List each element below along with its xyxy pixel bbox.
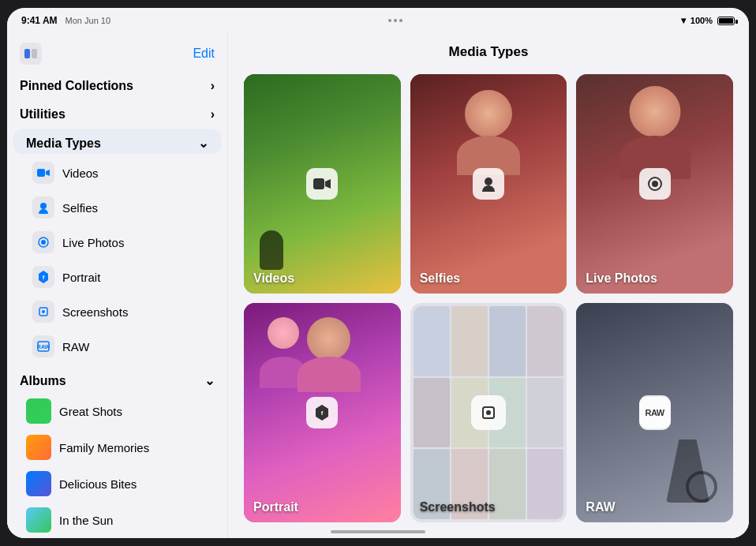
home-indicator: [331, 530, 425, 533]
sidebar-header: Edit: [7, 33, 227, 71]
svg-rect-2: [37, 169, 45, 177]
selfies-icon: [32, 196, 54, 219]
edit-button[interactable]: Edit: [193, 47, 215, 61]
live-photos-icon: [32, 231, 54, 253]
status-left: 9:41 AM Mon Jun 10: [21, 15, 110, 26]
live-photos-grid-icon: [639, 168, 671, 200]
screenshots-grid-label: Screenshots: [420, 500, 496, 514]
sidebar-item-portrait[interactable]: f Portrait: [13, 260, 221, 294]
album-great-shots[interactable]: Great Shots: [7, 393, 227, 429]
sidebar-item-videos[interactable]: Videos: [13, 155, 221, 190]
battery-percent: 100%: [691, 16, 713, 25]
svg-point-12: [485, 178, 492, 185]
raw-label: RAW: [62, 340, 89, 353]
live-photos-label: Live Photos: [62, 236, 124, 249]
grid-item-live-photos[interactable]: Live Photos: [576, 74, 733, 294]
media-types-grid: Videos Selfies: [228, 68, 749, 538]
great-shots-label: Great Shots: [59, 405, 122, 418]
battery-icon: [717, 17, 735, 25]
in-the-sun-label: In the Sun: [59, 514, 113, 527]
svg-point-13: [652, 181, 658, 187]
panel: Media Types Videos: [228, 33, 749, 538]
videos-label: Videos: [62, 166, 99, 180]
media-types-chevron: ⌄: [198, 136, 208, 151]
live-photos-grid-label: Live Photos: [586, 271, 657, 286]
svg-point-4: [41, 240, 46, 245]
utilities-chevron: ›: [211, 107, 215, 122]
delicious-bites-thumb: [26, 471, 51, 496]
selfies-grid-icon: [473, 168, 504, 200]
raw-grid-icon: RAW: [639, 397, 671, 428]
screenshots-icon: [32, 301, 54, 323]
album-family-memories[interactable]: Family Memories: [7, 429, 227, 466]
pinned-collections-chevron: ›: [211, 79, 215, 93]
sidebar: Edit Pinned Collections › Utilities › Me…: [7, 33, 228, 538]
in-the-sun-thumb: [26, 507, 51, 533]
videos-grid-label: Videos: [253, 271, 294, 286]
family-memories-thumb: [26, 435, 51, 460]
videos-grid-icon: [306, 168, 338, 200]
screenshots-label: Screenshots: [62, 305, 128, 319]
album-in-the-sun[interactable]: In the Sun: [7, 502, 227, 538]
grid-item-screenshots[interactable]: Screenshots: [410, 303, 567, 522]
grid-item-selfies[interactable]: Selfies: [410, 74, 567, 294]
dot3: [399, 19, 402, 22]
svg-point-8: [42, 310, 45, 313]
dot2: [394, 19, 397, 22]
raw-grid-label: RAW: [586, 500, 615, 514]
raw-icon: RAW: [32, 335, 54, 357]
media-types-label: Media Types: [26, 136, 101, 151]
delicious-bites-label: Delicious Bites: [59, 477, 137, 491]
selfies-label: Selfies: [62, 201, 98, 215]
svg-rect-11: [313, 178, 324, 189]
time: 9:41 AM: [21, 15, 58, 26]
date: Mon Jun 10: [65, 16, 110, 25]
svg-text:f: f: [321, 410, 324, 417]
ipad-frame: 9:41 AM Mon Jun 10 ▾ 100%: [7, 8, 749, 538]
grid-item-raw[interactable]: RAW RAW: [576, 303, 733, 522]
status-bar: 9:41 AM Mon Jun 10 ▾ 100%: [7, 8, 749, 33]
portrait-icon: f: [32, 266, 54, 288]
utilities-header[interactable]: Utilities ›: [7, 99, 227, 128]
main-content: Edit Pinned Collections › Utilities › Me…: [7, 33, 749, 538]
great-shots-thumb: [26, 398, 51, 424]
portrait-grid-label: Portrait: [253, 500, 298, 514]
grid-item-portrait[interactable]: f Portrait: [244, 303, 401, 522]
grid-item-videos[interactable]: Videos: [244, 74, 401, 294]
status-center: [388, 19, 402, 22]
panel-title: Media Types: [228, 33, 749, 68]
svg-point-17: [486, 410, 491, 415]
wifi-icon: ▾: [681, 15, 686, 26]
svg-rect-0: [24, 49, 30, 58]
albums-chevron: ⌄: [204, 373, 215, 388]
pinned-collections-label: Pinned Collections: [20, 79, 133, 93]
sidebar-collapse-button[interactable]: [20, 43, 42, 65]
family-memories-label: Family Memories: [59, 441, 149, 454]
albums-header[interactable]: Albums ⌄: [7, 364, 227, 393]
sidebar-item-screenshots[interactable]: Screenshots: [13, 294, 221, 329]
pinned-collections-header[interactable]: Pinned Collections ›: [7, 71, 227, 99]
media-types-header[interactable]: Media Types ⌄: [13, 129, 221, 154]
portrait-grid-icon: f: [306, 397, 338, 428]
sidebar-item-live-photos[interactable]: Live Photos: [13, 225, 221, 260]
svg-text:f: f: [43, 274, 45, 281]
svg-point-3: [40, 203, 47, 209]
sidebar-item-raw[interactable]: RAW RAW: [13, 329, 221, 364]
status-right: ▾ 100%: [681, 15, 735, 26]
portrait-label: Portrait: [62, 271, 100, 284]
svg-rect-1: [32, 49, 37, 58]
utilities-label: Utilities: [20, 107, 65, 122]
battery-fill: [719, 18, 733, 24]
sidebar-item-selfies[interactable]: Selfies: [13, 190, 221, 225]
dot1: [388, 19, 391, 22]
albums-label: Albums: [20, 374, 66, 388]
svg-text:RAW: RAW: [37, 344, 50, 350]
videos-icon: [32, 162, 54, 184]
selfies-grid-label: Selfies: [420, 271, 461, 286]
album-delicious-bites[interactable]: Delicious Bites: [7, 466, 227, 502]
screenshots-grid-icon: [471, 395, 506, 430]
